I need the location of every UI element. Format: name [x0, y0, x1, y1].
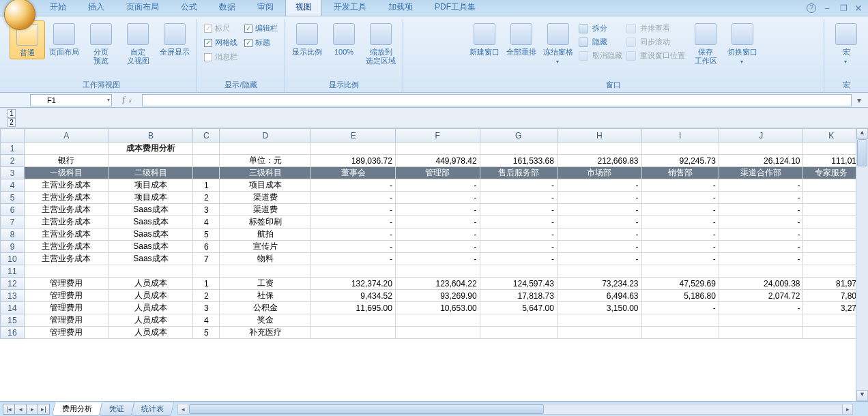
save-workspace-button[interactable]: 保存 工作区 — [688, 20, 723, 67]
table-row: 5主营业务成本项目成本2渠道费------ — [1, 192, 860, 204]
outline-level-1[interactable]: 1 — [8, 109, 16, 118]
hscroll-thumb[interactable] — [189, 404, 544, 414]
ribbon-group-workbook-views: 普通 页面布局 分页 预览 自定 义视图 全屏显示 工作薄视图 — [5, 19, 197, 92]
headings-checkbox[interactable]: ✓标题 — [244, 38, 278, 48]
expand-formula-bar-icon[interactable]: ▾ — [854, 95, 864, 105]
ruler-checkbox: ✓标尺 — [204, 23, 237, 33]
tab-developer[interactable]: 开发工具 — [323, 0, 377, 16]
group-label: 显示比例 — [289, 78, 399, 92]
table-row: 14管理费用人员成本3公积金11,695.0010,653.005,647.00… — [1, 302, 860, 314]
formula-bar-row: F1▾ fx ▾ — [0, 93, 868, 108]
help-icon[interactable]: ? — [807, 3, 816, 13]
tab-view[interactable]: 视图 — [285, 0, 322, 16]
formula-bar-checkbox[interactable]: ✓编辑栏 — [244, 23, 278, 33]
freeze-panes-button[interactable]: 冻结窗格▾ — [540, 20, 576, 68]
group-label: 工作薄视图 — [10, 78, 192, 92]
outline-level-2[interactable]: 2 — [8, 118, 16, 127]
pagebreak-icon — [90, 23, 112, 45]
grid[interactable]: ABCDEFGHIJK 1成本费用分析 2银行单位：元189,036.72449… — [0, 128, 868, 401]
scroll-left-icon[interactable]: ◂ — [177, 404, 188, 415]
sheet-tab-1[interactable]: 凭证 — [99, 402, 134, 416]
scroll-up-icon[interactable]: ▲ — [856, 128, 868, 139]
tab-pdf[interactable]: PDF工具集 — [424, 0, 486, 16]
page-break-preview-button[interactable]: 分页 预览 — [83, 20, 119, 67]
fullscreen-button[interactable]: 全屏显示 — [157, 20, 192, 58]
tab-nav-buttons: |◂ ◂ ▸ ▸| — [3, 404, 49, 415]
split-button[interactable]: 拆分 — [577, 22, 624, 35]
scroll-right-icon[interactable]: ▸ — [842, 404, 853, 415]
prev-sheet-button[interactable]: ◂ — [14, 404, 27, 415]
table-row: 2银行单位：元189,036.72449,978.42161,533.68212… — [1, 155, 860, 167]
table-header-row: 3一级科目二级科目三级科目董事会管理部售后服务部市场部销售部渠道合作部专家服务 — [1, 167, 860, 179]
close-window-icon[interactable]: ✕ — [854, 3, 863, 14]
macros-button[interactable]: 宏▾ — [828, 20, 864, 68]
horizontal-scrollbar[interactable]: ◂ ▸ — [177, 404, 853, 415]
table-row: 15管理费用人员成本4奖金 — [1, 314, 860, 327]
formula-input[interactable] — [142, 94, 852, 106]
unhide-button: 取消隐藏 — [577, 49, 624, 62]
sidebyside-icon — [626, 24, 636, 33]
arrange-icon — [510, 23, 532, 45]
switch-window-button[interactable]: 切换窗口▾ — [725, 20, 760, 68]
reset-window-button: 重设窗口位置 — [625, 49, 686, 62]
select-all-corner[interactable] — [1, 129, 25, 143]
new-window-icon — [474, 23, 495, 45]
zoom-100-button[interactable]: 100% — [326, 20, 362, 58]
name-box[interactable]: F1▾ — [30, 94, 112, 106]
table-row: 8主营业务成本Saas成本5航拍------ — [1, 228, 860, 241]
tab-layout[interactable]: 页面布局 — [116, 0, 169, 16]
save-workspace-icon — [695, 23, 717, 45]
last-sheet-button[interactable]: ▸| — [38, 404, 50, 415]
arrange-all-button[interactable]: 全部重排 — [504, 20, 539, 58]
tab-addins[interactable]: 加载项 — [378, 0, 423, 16]
ribbon-group-macros: 宏▾ 宏 — [824, 19, 868, 92]
table-row: 11 — [1, 265, 860, 278]
ribbon: 普通 页面布局 分页 预览 自定 义视图 全屏显示 工作薄视图 ✓标尺 ✓网格线… — [0, 16, 868, 93]
freeze-icon — [547, 23, 569, 45]
column-headers[interactable]: ABCDEFGHIJK — [1, 129, 860, 143]
group-label: 宏 — [828, 78, 864, 92]
tab-data[interactable]: 数据 — [209, 0, 246, 16]
new-window-button[interactable]: 新建窗口 — [467, 20, 502, 58]
restore-window-icon[interactable]: ❐ — [838, 3, 849, 13]
macros-icon — [835, 23, 857, 45]
outline-bar: 1 2 — [0, 108, 868, 128]
menu-tabs: 开始 插入 页面布局 公式 数据 审阅 视图 开发工具 加载项 PDF工具集 ?… — [0, 0, 868, 16]
page-layout-button[interactable]: 页面布局 — [46, 20, 82, 58]
tab-home[interactable]: 开始 — [40, 0, 76, 16]
vertical-scrollbar[interactable]: ▲ ▼ — [856, 128, 868, 401]
custom-views-button[interactable]: 自定 义视图 — [120, 20, 156, 67]
first-sheet-button[interactable]: |◂ — [3, 404, 15, 415]
sheet-tab-0[interactable]: 费用分析 — [52, 402, 102, 416]
group-label: 显示/隐藏 — [201, 78, 280, 92]
fx-icon[interactable]: fx — [112, 95, 142, 105]
group-label: 窗口 — [407, 78, 820, 92]
hide-button[interactable]: 隐藏 — [577, 35, 624, 48]
worksheet-area: ABCDEFGHIJK 1成本费用分析 2银行单位：元189,036.72449… — [0, 128, 868, 401]
magnifier-100-icon — [333, 23, 355, 45]
sheet-tab-bar: |◂ ◂ ▸ ▸| 费用分析 凭证 统计表 ◂ ▸ — [0, 401, 868, 416]
scroll-down-icon[interactable]: ▼ — [856, 390, 868, 401]
ribbon-group-show-hide: ✓标尺 ✓网格线 消息栏 ✓编辑栏 ✓标题 显示/隐藏 — [197, 19, 285, 92]
table-row: 10主营业务成本Saas成本7物料------ — [1, 253, 860, 265]
table-row: 7主营业务成本Saas成本4标签印刷------ — [1, 216, 860, 228]
switch-window-icon — [732, 23, 753, 45]
zoom-selection-button[interactable]: 缩放到 选定区域 — [363, 20, 399, 67]
gridlines-checkbox[interactable]: ✓网格线 — [204, 38, 237, 48]
table-row: 4主营业务成本项目成本1项目成本------ — [1, 179, 860, 192]
table-row: 13管理费用人员成本2社保9,434.5293,269.9017,818.736… — [1, 290, 860, 302]
tab-insert[interactable]: 插入 — [78, 0, 115, 16]
reset-icon — [626, 51, 636, 61]
scroll-thumb[interactable] — [857, 139, 867, 166]
tab-formula[interactable]: 公式 — [171, 0, 207, 16]
tab-review[interactable]: 审阅 — [247, 0, 284, 16]
chevron-down-icon[interactable]: ▾ — [107, 97, 110, 103]
zoom-button[interactable]: 显示比例 — [289, 20, 325, 58]
office-button[interactable] — [4, 0, 35, 30]
messagebar-checkbox: 消息栏 — [204, 52, 237, 62]
sheet-tab-2[interactable]: 统计表 — [131, 402, 174, 416]
page-icon — [53, 23, 75, 45]
minimize-ribbon-icon[interactable]: – — [822, 3, 833, 13]
next-sheet-button[interactable]: ▸ — [26, 404, 38, 415]
hide-icon — [579, 38, 588, 47]
